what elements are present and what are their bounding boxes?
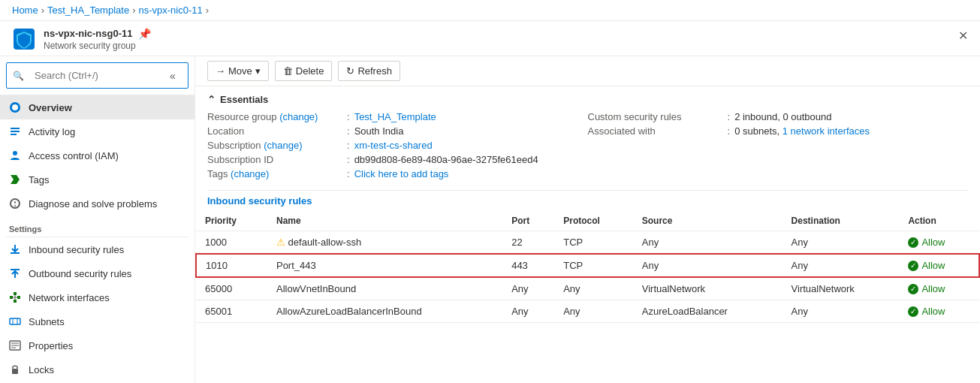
essentials-sub-change-link[interactable]: (change) — [264, 140, 302, 151]
essentials-chevron-icon: ⌃ — [207, 94, 216, 105]
essentials-value-sub[interactable]: xm-test-cs-shared — [354, 140, 433, 151]
cell-priority: 1000 — [196, 231, 267, 255]
cell-source: Any — [633, 254, 782, 277]
essentials-rg-change-link[interactable]: (change) — [279, 111, 318, 122]
cell-protocol: Any — [554, 277, 633, 300]
sidebar-item-network-interfaces[interactable]: Network interfaces — [0, 285, 194, 309]
svg-rect-5 — [11, 134, 17, 135]
sidebar-label-activity-log: Activity log — [29, 126, 75, 137]
subnets-icon — [9, 315, 21, 327]
sidebar-item-subnets[interactable]: Subnets — [0, 309, 194, 333]
sidebar-item-overview[interactable]: Overview — [0, 95, 194, 119]
diagnose-icon — [9, 198, 21, 210]
sidebar-item-tags[interactable]: Tags — [0, 167, 194, 192]
cell-port: 22 — [502, 231, 554, 255]
sidebar-label-overview: Overview — [29, 102, 72, 113]
svg-marker-7 — [11, 175, 20, 184]
refresh-button[interactable]: ↻ Refresh — [338, 61, 400, 81]
cell-name: AllowVnetInBound — [267, 277, 502, 300]
table-row[interactable]: 1000 ⚠ default-allow-ssh 22 TCP Any Any … — [196, 231, 979, 255]
iam-icon — [9, 149, 21, 161]
essentials-network-link[interactable]: 1 network interfaces — [782, 125, 870, 137]
essentials-row-subid: Subscription ID : db99d808-6e89-480a-96a… — [207, 152, 588, 167]
cell-source: VirtualNetwork — [633, 277, 782, 300]
breadcrumb-home[interactable]: Home — [12, 5, 38, 16]
table-row[interactable]: 65001 AllowAzureLoadBalancerInBound Any … — [196, 300, 979, 323]
essentials-value-rg[interactable]: Test_HA_Template — [354, 111, 436, 122]
cell-port: 443 — [502, 254, 554, 277]
pin-icon[interactable]: 📌 — [138, 28, 151, 40]
essentials-label-location: Location — [207, 125, 342, 137]
essentials-value-custom: 2 inbound, 0 outbound — [734, 111, 831, 122]
essentials-right: Custom security rules : 2 inbound, 0 out… — [588, 110, 969, 181]
svg-point-6 — [13, 151, 17, 155]
toolbar: → Move ▾ 🗑 Delete ↻ Refresh — [195, 56, 980, 86]
sidebar-search-wrapper: 🔍 « — [0, 56, 194, 95]
action-label: Allow — [921, 306, 945, 317]
cell-destination: Any — [782, 300, 900, 323]
sidebar-item-activity-log[interactable]: Activity log — [0, 119, 194, 143]
cell-priority: 65001 — [196, 300, 267, 323]
sidebar-label-diagnose: Diagnose and solve problems — [29, 198, 157, 210]
move-button[interactable]: → Move ▾ — [207, 61, 269, 81]
essentials-row-rg: Resource group (change) : Test_HA_Templa… — [207, 110, 588, 124]
table-row[interactable]: 1010 Port_443 443 TCP Any Any ✓Allow — [196, 254, 979, 277]
essentials-grid: Resource group (change) : Test_HA_Templa… — [195, 110, 980, 190]
sidebar-item-locks[interactable]: Locks — [0, 357, 194, 381]
sidebar-label-properties: Properties — [29, 340, 73, 351]
essentials-title: Essentials — [220, 94, 268, 105]
essentials-header[interactable]: ⌃ Essentials — [195, 86, 980, 110]
resource-name: ns-vpx-nic-nsg0-11 — [44, 28, 132, 39]
cell-source: AzureLoadBalancer — [633, 300, 782, 323]
cell-destination: Any — [782, 231, 900, 255]
essentials-left: Resource group (change) : Test_HA_Templa… — [207, 110, 588, 181]
cell-destination: Any — [782, 254, 900, 277]
search-input[interactable] — [29, 66, 159, 85]
nsg-icon — [12, 27, 36, 51]
action-label: Allow — [921, 237, 945, 248]
sidebar-item-inbound[interactable]: Inbound security rules — [0, 237, 194, 261]
essentials-value-subid: db99d808-6e89-480a-96ae-3275fe61eed4 — [354, 154, 538, 165]
essentials-label-sub: Subscription (change) — [207, 140, 342, 151]
cell-protocol: TCP — [554, 231, 633, 255]
essentials-tags-change-link[interactable]: (change) — [231, 168, 269, 179]
cell-name: AllowAzureLoadBalancerInBound — [267, 300, 502, 323]
essentials-value-tags[interactable]: Click here to add tags — [354, 168, 449, 179]
sidebar-label-locks: Locks — [29, 364, 54, 375]
col-name: Name — [267, 211, 502, 231]
col-source: Source — [633, 211, 782, 231]
col-protocol: Protocol — [554, 211, 633, 231]
resource-type: Network security group — [44, 41, 968, 51]
col-destination: Destination — [782, 211, 900, 231]
breadcrumb: Home › Test_HA_Template › ns-vpx-nic0-11… — [0, 0, 980, 21]
delete-button[interactable]: 🗑 Delete — [275, 61, 333, 81]
refresh-label: Refresh — [357, 65, 392, 77]
refresh-icon: ↻ — [346, 65, 354, 77]
resource-header: ns-vpx-nic-nsg0-11 📌 Network security gr… — [0, 21, 980, 56]
sidebar-collapse-button[interactable]: « — [164, 67, 182, 85]
svg-rect-21 — [10, 318, 20, 324]
sidebar-label-network-interfaces: Network interfaces — [29, 292, 110, 303]
settings-section-header: Settings — [0, 216, 194, 237]
essentials-row-custom: Custom security rules : 2 inbound, 0 out… — [588, 110, 969, 124]
main-layout: 🔍 « Overview Activity log Access control… — [0, 56, 980, 383]
table-row[interactable]: 65000 AllowVnetInBound Any Any VirtualNe… — [196, 277, 979, 300]
sidebar-item-diagnose[interactable]: Diagnose and solve problems — [0, 192, 194, 216]
action-label: Allow — [921, 260, 945, 271]
action-label: Allow — [921, 283, 945, 294]
sidebar-item-outbound[interactable]: Outbound security rules — [0, 261, 194, 285]
breadcrumb-template[interactable]: Test_HA_Template — [47, 5, 129, 16]
essentials-value-assoc: 0 subnets, 1 network interfaces — [734, 125, 870, 137]
breadcrumb-nic[interactable]: ns-vpx-nic0-11 — [139, 5, 203, 16]
activity-icon — [9, 125, 21, 137]
cell-name: ⚠ default-allow-ssh — [267, 231, 502, 255]
allow-circle-icon: ✓ — [908, 237, 918, 248]
sidebar-item-properties[interactable]: Properties — [0, 333, 194, 357]
outbound-icon — [9, 267, 21, 279]
sidebar-item-access-control[interactable]: Access control (IAM) — [0, 143, 194, 167]
header-title-group: ns-vpx-nic-nsg0-11 📌 Network security gr… — [44, 28, 968, 51]
cell-protocol: TCP — [554, 254, 633, 277]
delete-label: Delete — [296, 65, 324, 77]
close-button[interactable]: ✕ — [958, 29, 968, 43]
essentials-label-custom: Custom security rules — [588, 111, 723, 122]
